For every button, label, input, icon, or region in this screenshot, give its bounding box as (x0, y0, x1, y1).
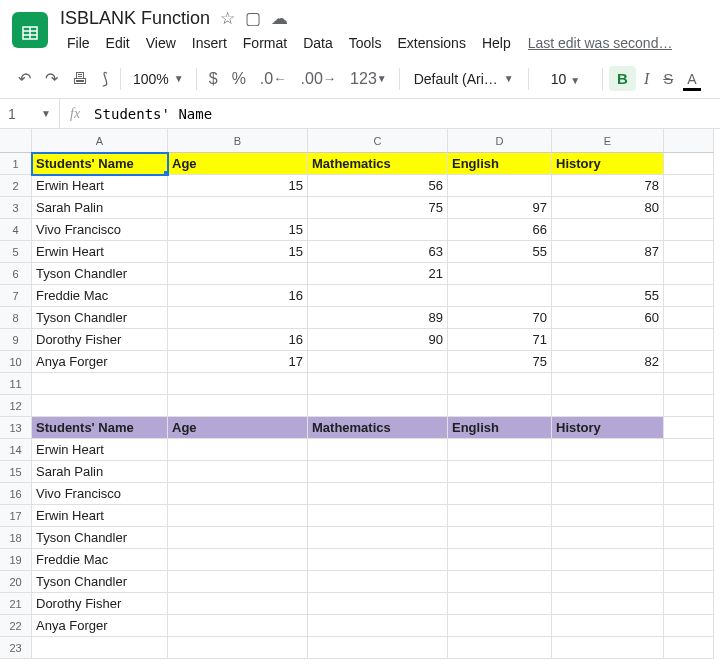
cell[interactable] (168, 439, 308, 461)
cell[interactable] (448, 263, 552, 285)
cell[interactable] (448, 175, 552, 197)
cell[interactable]: Students' Name (32, 417, 168, 439)
cell[interactable]: English (448, 153, 552, 175)
cell[interactable] (552, 461, 664, 483)
doc-title[interactable]: ISBLANK Function (60, 8, 210, 29)
undo-icon[interactable]: ↶ (12, 65, 37, 92)
cell[interactable]: Tyson Chandler (32, 527, 168, 549)
cell[interactable]: 66 (448, 219, 552, 241)
text-color-button[interactable]: A (681, 67, 702, 91)
cell[interactable]: 16 (168, 329, 308, 351)
cell[interactable]: Dorothy Fisher (32, 593, 168, 615)
cell[interactable] (168, 571, 308, 593)
cell[interactable]: Tyson Chandler (32, 571, 168, 593)
cell[interactable]: 87 (552, 241, 664, 263)
menu-data[interactable]: Data (296, 31, 340, 55)
cell[interactable] (552, 549, 664, 571)
cell[interactable]: Anya Forger (32, 351, 168, 373)
cell[interactable] (664, 505, 714, 527)
cell[interactable] (664, 351, 714, 373)
spreadsheet-grid[interactable]: 1234567891011121314151617181920212223 AB… (0, 129, 720, 659)
cell[interactable] (552, 593, 664, 615)
cell[interactable]: Tyson Chandler (32, 263, 168, 285)
cell[interactable]: Erwin Heart (32, 439, 168, 461)
cell[interactable] (168, 263, 308, 285)
cell[interactable] (168, 593, 308, 615)
cell[interactable] (308, 593, 448, 615)
row-header-11[interactable]: 11 (0, 373, 32, 395)
cell[interactable] (308, 439, 448, 461)
cell[interactable] (448, 373, 552, 395)
cell[interactable] (664, 483, 714, 505)
cell[interactable]: Vivo Francisco (32, 219, 168, 241)
italic-button[interactable]: I (638, 66, 655, 92)
cell[interactable] (664, 395, 714, 417)
cell[interactable] (552, 483, 664, 505)
row-header-3[interactable]: 3 (0, 197, 32, 219)
font-select[interactable]: Default (Ari…▼ (406, 67, 522, 91)
cell[interactable]: 21 (308, 263, 448, 285)
cell[interactable] (552, 527, 664, 549)
cell[interactable]: 56 (308, 175, 448, 197)
cell[interactable] (308, 285, 448, 307)
row-header-18[interactable]: 18 (0, 527, 32, 549)
cell[interactable] (308, 527, 448, 549)
cell[interactable] (664, 373, 714, 395)
cell[interactable] (552, 395, 664, 417)
font-size-select[interactable]: 10 ▼ (535, 67, 596, 91)
row-header-21[interactable]: 21 (0, 593, 32, 615)
cell[interactable]: 82 (552, 351, 664, 373)
col-header-extra[interactable] (664, 129, 714, 153)
cell[interactable]: Erwin Heart (32, 175, 168, 197)
cell[interactable]: 17 (168, 351, 308, 373)
cell[interactable]: 71 (448, 329, 552, 351)
name-box[interactable]: 1▼ (0, 99, 60, 128)
cell[interactable] (664, 153, 714, 175)
cell[interactable] (448, 395, 552, 417)
cell[interactable]: 15 (168, 175, 308, 197)
cell[interactable]: Mathematics (308, 417, 448, 439)
cell[interactable] (308, 373, 448, 395)
row-header-4[interactable]: 4 (0, 219, 32, 241)
cell[interactable] (552, 263, 664, 285)
cell[interactable] (168, 395, 308, 417)
cell[interactable] (308, 395, 448, 417)
cell[interactable]: 15 (168, 241, 308, 263)
print-icon[interactable]: 🖶 (66, 66, 94, 92)
cell[interactable] (308, 461, 448, 483)
redo-icon[interactable]: ↷ (39, 65, 64, 92)
cell[interactable] (448, 505, 552, 527)
cell[interactable]: Anya Forger (32, 615, 168, 637)
zoom-select[interactable]: 100%▼ (127, 67, 190, 91)
row-header-19[interactable]: 19 (0, 549, 32, 571)
cell[interactable] (308, 615, 448, 637)
row-header-15[interactable]: 15 (0, 461, 32, 483)
menu-tools[interactable]: Tools (342, 31, 389, 55)
cell[interactable]: Vivo Francisco (32, 483, 168, 505)
cell[interactable]: 89 (308, 307, 448, 329)
cell[interactable] (448, 637, 552, 659)
cell[interactable]: Erwin Heart (32, 241, 168, 263)
cell[interactable]: 55 (448, 241, 552, 263)
menu-insert[interactable]: Insert (185, 31, 234, 55)
menu-edit[interactable]: Edit (99, 31, 137, 55)
cell[interactable] (664, 637, 714, 659)
cell[interactable] (664, 307, 714, 329)
row-header-8[interactable]: 8 (0, 307, 32, 329)
cell[interactable]: 75 (308, 197, 448, 219)
cell[interactable] (308, 351, 448, 373)
cell[interactable] (448, 571, 552, 593)
cell[interactable]: Freddie Mac (32, 549, 168, 571)
row-header-2[interactable]: 2 (0, 175, 32, 197)
cell[interactable] (448, 549, 552, 571)
cell[interactable] (32, 395, 168, 417)
row-header-5[interactable]: 5 (0, 241, 32, 263)
cell[interactable]: Sarah Palin (32, 461, 168, 483)
cell[interactable] (168, 483, 308, 505)
cell[interactable] (664, 285, 714, 307)
cell[interactable] (664, 549, 714, 571)
currency-button[interactable]: $ (203, 66, 224, 92)
cell[interactable] (552, 373, 664, 395)
cell[interactable] (32, 637, 168, 659)
percent-button[interactable]: % (226, 66, 252, 92)
